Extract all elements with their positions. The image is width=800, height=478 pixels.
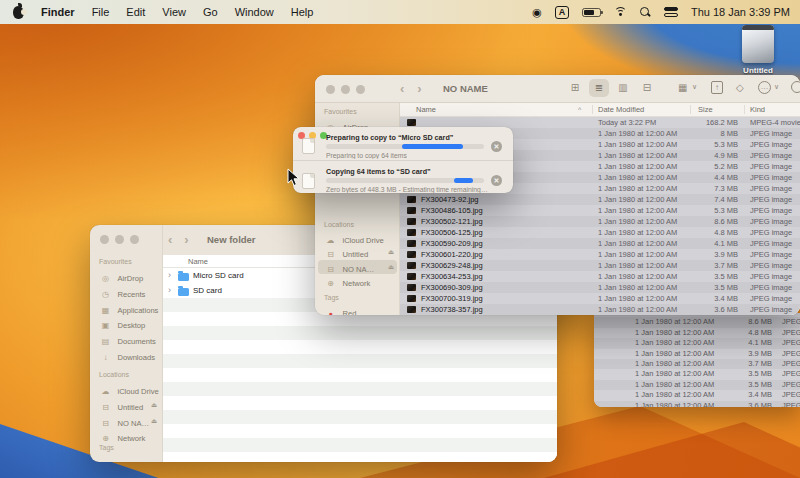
file-row[interactable]: FX300502-121.jpg 1 Jan 1980 at 12:00 AM …: [400, 216, 800, 227]
input-source-icon[interactable]: A: [555, 6, 569, 19]
file-row[interactable]: FX300634-253.jpg 1 Jan 1980 at 12:00 AM …: [400, 271, 800, 282]
file-kind: JPEG image: [782, 359, 800, 369]
menu-item-help[interactable]: Help: [291, 6, 314, 18]
file-row[interactable]: 1 Jan 1980 at 12:00 AM 8.6 MB JPEG image: [594, 317, 800, 327]
eject-icon[interactable]: ⏏: [151, 397, 157, 413]
view-switcher: ⊞ ≣ ▥ ⊟: [565, 79, 657, 97]
file-row[interactable]: FX300590-209.jpg 1 Jan 1980 at 12:00 AM …: [400, 238, 800, 249]
fragment-rows: 1 Jan 1980 at 12:00 AM 8.6 MB JPEG image…: [594, 313, 800, 407]
sidebar-item[interactable]: ⊟ Untitled ⏏: [93, 397, 160, 413]
minimize-button[interactable]: [341, 85, 350, 94]
menu-bar-clock[interactable]: Thu 18 Jan 3:39 PM: [691, 6, 790, 18]
menu-item-file[interactable]: File: [92, 6, 110, 18]
file-row[interactable]: FX300601-220.jpg 1 Jan 1980 at 12:00 AM …: [400, 249, 800, 260]
disclosure-triangle-icon[interactable]: ›: [168, 268, 171, 283]
file-row[interactable]: 1 Jan 1980 at 12:00 AM 3.6 MB JPEG image: [594, 401, 800, 407]
sidebar-item[interactable]: ⊟ Untitled ⏏: [318, 245, 397, 259]
file-row[interactable]: FX300690-309.jpg 1 Jan 1980 at 12:00 AM …: [400, 282, 800, 293]
file-row[interactable]: FX300486-105.jpg 1 Jan 1980 at 12:00 AM …: [400, 205, 800, 216]
sidebar-item[interactable]: ● Red: [93, 454, 160, 462]
battery-icon[interactable]: [582, 8, 601, 17]
task-status: Preparing to copy 64 items: [326, 152, 407, 159]
file-size: 5.3 MB: [650, 139, 738, 150]
more-options-icon[interactable]: …: [758, 81, 771, 94]
menu-item-finder[interactable]: Finder: [41, 6, 75, 18]
sidebar-item[interactable]: ▤ Documents: [93, 331, 160, 347]
sidebar-item[interactable]: ⊟ NO NA… ⏏: [318, 260, 397, 274]
file-row[interactable]: 1 Jan 1980 at 12:00 AM 3.5 MB JPEG image: [594, 380, 800, 390]
file-row[interactable]: FX300629-248.jpg 1 Jan 1980 at 12:00 AM …: [400, 260, 800, 271]
disclosure-triangle-icon[interactable]: ›: [168, 283, 171, 298]
tag-icon[interactable]: ◇: [736, 79, 744, 97]
screen-recording-icon[interactable]: ◉: [532, 0, 542, 24]
eject-icon[interactable]: ⏏: [151, 413, 157, 429]
file-name: FX300486-105.jpg: [421, 205, 483, 216]
share-icon[interactable]: ↑: [711, 81, 723, 94]
sidebar-item[interactable]: ↓ Downloads: [93, 347, 160, 363]
column-divider[interactable]: [690, 105, 691, 114]
view-button[interactable]: ▥: [613, 79, 633, 97]
forward-button[interactable]: ›: [417, 81, 421, 96]
eject-icon[interactable]: ⏏: [388, 245, 394, 259]
sidebar-item[interactable]: ⊟ NO NA… ⏏: [93, 413, 160, 429]
column-divider[interactable]: [744, 105, 745, 114]
sidebar-section-locations: Locations ☁ iCloud Drive ⊟ Untitled: [90, 368, 163, 444]
eject-icon[interactable]: ⏏: [388, 260, 394, 274]
menu-item-edit[interactable]: Edit: [126, 6, 145, 18]
file-row[interactable]: 1 Jan 1980 at 12:00 AM 4.1 MB JPEG image: [594, 338, 800, 348]
back-button[interactable]: ‹: [168, 232, 172, 247]
chevron-down-icon: ∨: [692, 83, 697, 91]
column-header-name[interactable]: Name: [188, 255, 208, 268]
desktop-disk-icon[interactable]: Untitled: [728, 25, 788, 75]
forward-button[interactable]: ›: [184, 232, 188, 247]
menu-item-go[interactable]: Go: [203, 6, 218, 18]
file-row[interactable]: FX300738-357.jpg 1 Jan 1980 at 12:00 AM …: [400, 304, 800, 315]
close-button[interactable]: [326, 85, 335, 94]
file-row[interactable]: FX300700-319.jpg 1 Jan 1980 at 12:00 AM …: [400, 293, 800, 304]
sidebar-item[interactable]: ⊕ Network: [318, 274, 397, 288]
search-icon[interactable]: [791, 81, 800, 93]
sidebar-item[interactable]: ☁ iCloud Drive: [318, 231, 397, 245]
file-row[interactable]: 1 Jan 1980 at 12:00 AM 3.4 MB JPEG image: [594, 390, 800, 400]
control-center-icon[interactable]: [664, 7, 678, 17]
file-row[interactable]: 1 Jan 1980 at 12:00 AM 3.7 MB JPEG image: [594, 359, 800, 369]
file-kind: JPEG image: [750, 238, 792, 249]
back-button[interactable]: ‹: [400, 81, 404, 96]
file-date: 1 Jan 1980 at 12:00 AM: [635, 359, 714, 369]
sidebar-section-header: Tags: [315, 291, 400, 304]
view-button[interactable]: ≣: [589, 79, 609, 97]
sidebar-item[interactable]: ◷ Recents: [93, 284, 160, 300]
sidebar-item-icon: ↓: [100, 350, 111, 366]
zoom-button[interactable]: [356, 85, 365, 94]
apple-logo-icon[interactable]: [13, 6, 24, 19]
menu-item-view[interactable]: View: [162, 6, 186, 18]
file-row[interactable]: 1 Jan 1980 at 12:00 AM 3.5 MB JPEG image: [594, 369, 800, 379]
column-header-size[interactable]: Size: [698, 103, 713, 117]
column-divider[interactable]: [592, 105, 593, 114]
file-row[interactable]: FX300473-92.jpg 1 Jan 1980 at 12:00 AM 7…: [400, 194, 800, 205]
menu-item-window[interactable]: Window: [235, 6, 274, 18]
file-row[interactable]: 1 Jan 1980 at 12:00 AM 3.9 MB JPEG image: [594, 349, 800, 359]
column-header-date[interactable]: Date Modified: [598, 103, 644, 117]
column-header-kind[interactable]: Kind: [750, 103, 765, 117]
sidebar-item[interactable]: ● Red: [318, 304, 397, 315]
file-kind: JPEG image: [750, 271, 792, 282]
cancel-button[interactable]: ✕: [491, 141, 502, 152]
file-row[interactable]: 1 Jan 1980 at 12:00 AM 4.8 MB JPEG image: [594, 328, 800, 338]
wifi-icon[interactable]: [614, 7, 627, 17]
sidebar-item[interactable]: ◎ AirDrop: [93, 268, 160, 284]
view-button[interactable]: ⊟: [637, 79, 657, 97]
sidebar-item[interactable]: ☁ iCloud Drive: [93, 381, 160, 397]
file-date: 1 Jan 1980 at 12:00 AM: [635, 401, 714, 407]
sidebar-item[interactable]: ▣ Desktop: [93, 315, 160, 331]
file-date: Today at 3:22 PM: [598, 117, 656, 128]
spotlight-search-icon[interactable]: [640, 7, 651, 18]
file-size: 3.9 MB: [714, 349, 772, 359]
group-by-icon[interactable]: ▦: [678, 79, 687, 97]
file-kind: JPEG image: [750, 260, 792, 271]
file-row[interactable]: FX300506-125.jpg 1 Jan 1980 at 12:00 AM …: [400, 227, 800, 238]
cancel-button[interactable]: ✕: [491, 175, 502, 186]
sidebar-item[interactable]: ▦ Applications: [93, 300, 160, 316]
view-button[interactable]: ⊞: [565, 79, 585, 97]
column-header-name[interactable]: Name: [416, 103, 436, 117]
